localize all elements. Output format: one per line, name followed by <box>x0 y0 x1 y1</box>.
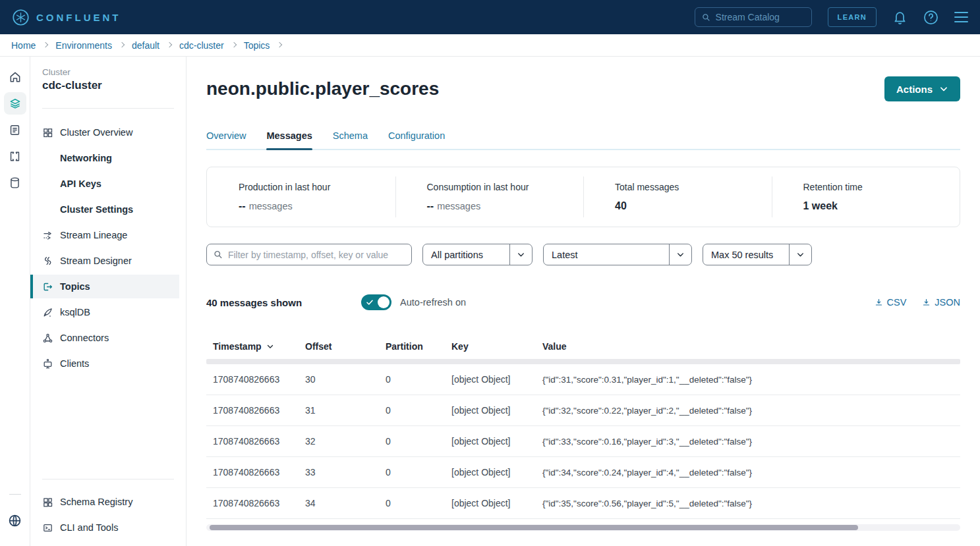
download-csv-link[interactable]: CSV <box>875 297 907 308</box>
sidebar-item-schema-registry[interactable]: Schema Registry <box>30 490 179 514</box>
rail-environments-button[interactable] <box>4 92 26 115</box>
table-row[interactable]: 1708740826663 32 0 [object Object] {"id"… <box>206 426 960 457</box>
tab-schema[interactable]: Schema <box>333 130 368 149</box>
stat-value: -- <box>239 200 246 211</box>
cell-partition: 0 <box>386 405 451 416</box>
cell-partition: 0 <box>386 467 451 478</box>
offset-order-select[interactable]: Latest <box>543 244 692 265</box>
breadcrumb-default[interactable]: default <box>132 40 159 51</box>
sidebar-item-networking[interactable]: Networking <box>30 146 179 170</box>
result-limit-select[interactable]: Max 50 results <box>703 244 812 265</box>
tab-overview[interactable]: Overview <box>206 130 246 149</box>
help-button[interactable] <box>923 10 938 25</box>
stat-retention-time: Retention time 1 week <box>772 167 960 227</box>
table-row[interactable]: 1708740826663 30 0 [object Object] {"id"… <box>206 364 960 395</box>
search-icon <box>214 250 223 259</box>
column-header-timestamp[interactable]: Timestamp <box>213 341 305 352</box>
rail-catalog-button[interactable] <box>4 119 26 141</box>
auto-refresh-toggle[interactable] <box>361 294 391 310</box>
confluent-logo-icon <box>12 9 30 26</box>
message-filter-search[interactable] <box>206 244 412 265</box>
learn-button[interactable]: LEARN <box>828 7 877 27</box>
stream-catalog-search-input[interactable] <box>716 12 805 22</box>
table-row[interactable]: 1708740826663 34 0 [object Object] {"id"… <box>206 488 960 519</box>
breadcrumb: Home Environments default cdc-cluster To… <box>0 34 980 57</box>
app-icon-rail <box>0 57 30 546</box>
topic-stats-card: Production in last hour --messages Consu… <box>206 167 960 227</box>
table-row[interactable]: 1708740826663 33 0 [object Object] {"id"… <box>206 457 960 488</box>
clients-monitor-icon <box>42 358 60 369</box>
layers-icon <box>9 97 22 110</box>
offset-order-select-value: Latest <box>544 250 586 260</box>
rail-divider <box>9 494 21 495</box>
terminal-icon <box>42 522 60 533</box>
actions-button-label: Actions <box>896 84 933 95</box>
document-icon <box>9 124 21 136</box>
sidebar-item-connectors[interactable]: Connectors <box>30 326 179 350</box>
sidebar-item-cli-and-tools[interactable]: CLI and Tools <box>30 516 179 539</box>
sidebar-divider <box>42 108 174 109</box>
lineage-arrows-icon <box>42 230 60 241</box>
sidebar-item-label: Cluster Settings <box>60 204 133 215</box>
topics-icon <box>42 281 60 292</box>
partition-select-value: All partitions <box>423 250 491 260</box>
sidebar-item-ksqldb[interactable]: ksqlDB <box>30 300 179 324</box>
menu-button[interactable] <box>954 12 968 22</box>
checkmark-icon <box>366 298 374 306</box>
breadcrumb-cdc-cluster[interactable]: cdc-cluster <box>179 40 224 51</box>
sidebar-item-stream-lineage[interactable]: Stream Lineage <box>30 223 179 247</box>
sidebar-item-cluster-settings[interactable]: Cluster Settings <box>30 198 179 221</box>
stat-value: -- <box>427 200 434 211</box>
sidebar-item-label: CLI and Tools <box>60 522 118 533</box>
stat-suffix: messages <box>249 201 293 211</box>
table-row[interactable]: 1708740826663 31 0 [object Object] {"id"… <box>206 395 960 426</box>
table-bottom-scrollbar-track[interactable] <box>206 524 960 531</box>
table-bottom-scrollbar-thumb[interactable] <box>210 525 858 530</box>
hamburger-icon <box>954 12 968 13</box>
stat-value: 40 <box>615 200 627 211</box>
stat-label: Consumption in last hour <box>427 182 577 192</box>
sidebar-item-label: Networking <box>60 153 112 163</box>
cell-key: [object Object] <box>451 467 542 478</box>
sidebar-item-clients[interactable]: Clients <box>30 352 179 375</box>
message-filter-input[interactable] <box>228 250 405 260</box>
cell-offset: 30 <box>305 374 386 385</box>
grid-icon <box>42 127 60 138</box>
result-limit-select-value: Max 50 results <box>703 250 781 260</box>
tab-messages[interactable]: Messages <box>266 130 312 149</box>
breadcrumb-topics[interactable]: Topics <box>244 40 270 51</box>
cluster-nav: Cluster Overview Networking API Keys Clu… <box>30 121 186 375</box>
cell-offset: 34 <box>305 498 386 508</box>
sidebar-item-topics[interactable]: Topics <box>30 275 179 298</box>
download-json-link[interactable]: JSON <box>922 297 960 308</box>
sidebar-item-cluster-overview[interactable]: Cluster Overview <box>30 121 179 144</box>
tab-configuration[interactable]: Configuration <box>388 130 445 149</box>
designer-waves-icon <box>42 256 60 267</box>
cell-value: {"id":33,"score":0.16,"player_id":3,"__d… <box>542 437 960 447</box>
rail-data-button[interactable] <box>4 171 26 194</box>
breadcrumb-environments[interactable]: Environments <box>55 40 112 51</box>
stat-suffix: messages <box>437 201 480 211</box>
chevron-right-icon <box>167 42 172 47</box>
cell-timestamp: 1708740826663 <box>213 436 305 447</box>
sidebar-item-label: Topics <box>60 281 90 292</box>
rail-home-button[interactable] <box>4 66 26 88</box>
notifications-button[interactable] <box>892 10 908 25</box>
results-toolbar: 40 messages shown Auto-refresh on CSV <box>206 294 960 310</box>
chevron-down-icon <box>790 250 811 259</box>
partition-select[interactable]: All partitions <box>422 244 533 265</box>
actions-button[interactable]: Actions <box>884 76 960 101</box>
rail-locale-button[interactable] <box>4 509 26 532</box>
sidebar-item-api-keys[interactable]: API Keys <box>30 172 179 196</box>
page-title: neon.public.player_scores <box>206 78 439 99</box>
breadcrumb-home[interactable]: Home <box>11 40 36 51</box>
table-top-scrollbar-track[interactable] <box>206 359 960 364</box>
cell-value: {"id":35,"score":0.56,"player_id":5,"__d… <box>542 499 960 508</box>
search-icon <box>702 13 710 22</box>
rail-flink-button[interactable] <box>4 145 26 167</box>
topic-tabs: Overview Messages Schema Configuration <box>206 130 960 150</box>
stream-catalog-search[interactable] <box>695 7 812 27</box>
sidebar-item-stream-designer[interactable]: Stream Designer <box>30 249 179 273</box>
confluent-brand[interactable]: CONFLUENT <box>12 9 121 26</box>
cluster-name: cdc-cluster <box>30 77 186 92</box>
